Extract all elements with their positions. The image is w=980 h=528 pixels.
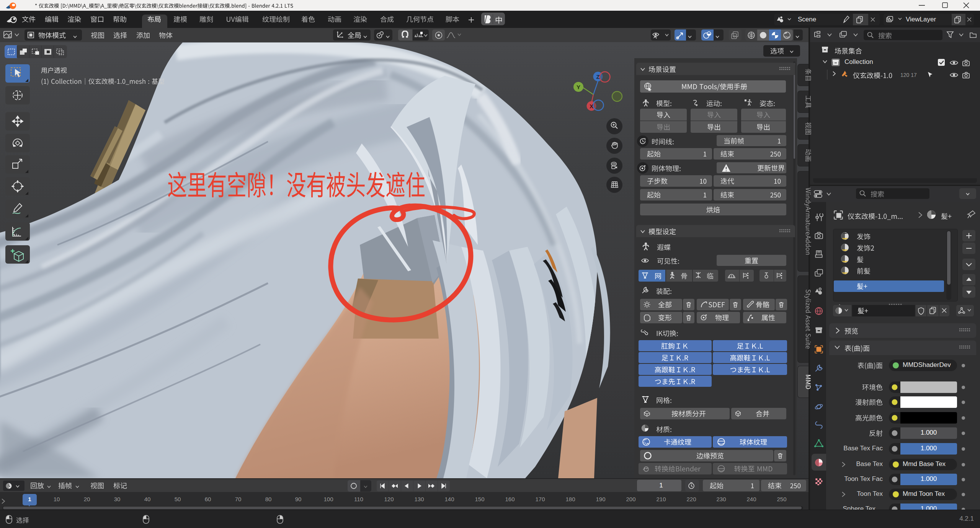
- svg-text:X: X: [590, 103, 593, 109]
- svg-text:Z: Z: [596, 73, 599, 80]
- svg-text:Y: Y: [577, 84, 580, 90]
